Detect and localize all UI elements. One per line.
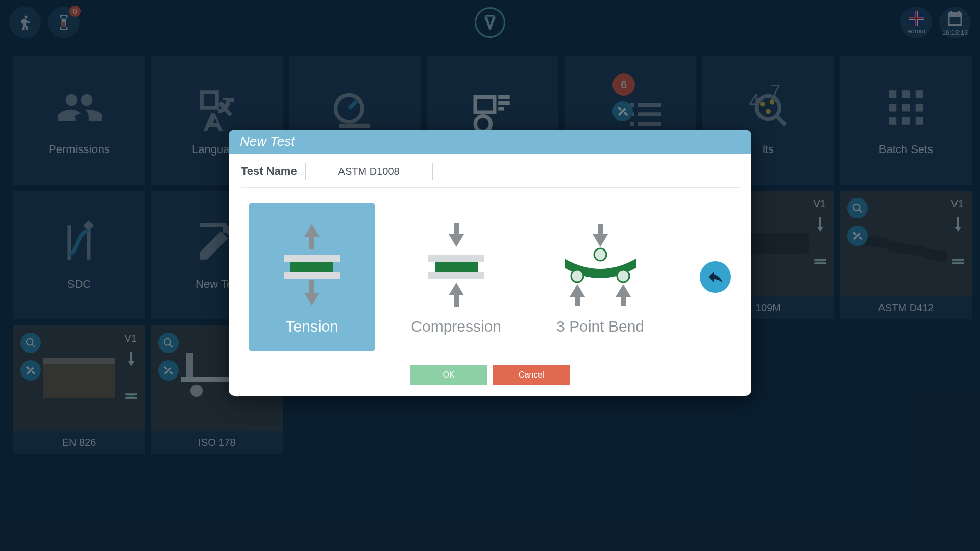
cancel-button[interactable]: Cancel <box>493 365 570 385</box>
test-type-row: Tension Compression <box>241 203 739 365</box>
svg-rect-34 <box>428 255 484 262</box>
modal-title: New Test <box>229 130 751 154</box>
svg-rect-36 <box>428 272 484 279</box>
test-name-input[interactable] <box>305 163 433 180</box>
test-type-tension[interactable]: Tension <box>249 203 375 351</box>
compression-icon <box>410 219 502 311</box>
svg-point-37 <box>594 248 606 261</box>
tension-icon <box>266 219 358 311</box>
reply-arrow-icon <box>706 268 725 286</box>
ok-button[interactable]: OK <box>410 365 487 385</box>
svg-point-38 <box>571 270 583 282</box>
prev-types-button[interactable] <box>700 261 731 293</box>
svg-rect-35 <box>435 262 478 272</box>
type-label: 3 Point Bend <box>556 318 644 335</box>
bend3-icon <box>554 219 646 311</box>
test-type-compression[interactable]: Compression <box>393 203 519 351</box>
svg-rect-32 <box>290 262 333 272</box>
test-name-label: Test Name <box>241 165 297 178</box>
svg-rect-31 <box>284 255 340 262</box>
new-test-modal: New Test Test Name Tension <box>229 130 751 396</box>
svg-point-39 <box>617 270 629 282</box>
test-type-3pt-bend[interactable]: 3 Point Bend <box>537 203 663 351</box>
type-label: Compression <box>411 318 501 335</box>
type-label: Tension <box>286 318 338 335</box>
svg-rect-33 <box>284 272 340 279</box>
